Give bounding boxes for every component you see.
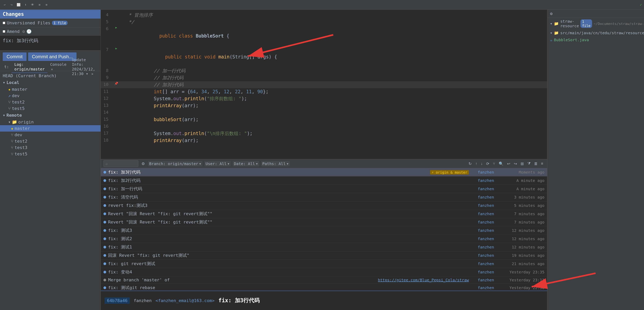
commit-message-4: revert fix:测试3: [108, 203, 469, 208]
line-content-12: System.out.println("排序前数组: ");: [120, 95, 547, 102]
pull-icon[interactable]: ↓: [480, 161, 484, 166]
undo-log-icon[interactable]: ↩: [506, 161, 512, 166]
filter-icon[interactable]: ⧩: [526, 161, 532, 166]
commit-tags-0: ⚡ origin & master: [430, 170, 469, 174]
branch-master-local[interactable]: ★ master: [0, 86, 100, 93]
menu-icon[interactable]: ≡: [37, 2, 42, 7]
branch-test5-remote[interactable]: ⑂ test5: [0, 151, 100, 157]
commit-row-8[interactable]: fix: 测试2 fanzhen 12 minutes ago: [101, 235, 547, 243]
branch-test2-remote[interactable]: ⑂ test2: [0, 138, 100, 144]
commit-row-14[interactable]: fix: 测试git rebase fanzhen Yesterday 22:5…: [101, 284, 547, 291]
download-icon[interactable]: ⬇: [23, 2, 28, 7]
commit-row-1[interactable]: fix: 加2行代码 fanzhen A minute ago: [101, 176, 547, 185]
local-section-header[interactable]: ▾ Local: [0, 79, 100, 86]
commit-dot-6: [104, 221, 106, 223]
commit-row-3[interactable]: fix: 清空代码 fanzhen 3 minutes ago: [101, 193, 547, 201]
git-settings-button[interactable]: ⚙: [140, 161, 146, 166]
bubblesort-file[interactable]: ☕ BubbleSort.java: [547, 36, 644, 43]
git-log-search-input[interactable]: [104, 160, 138, 167]
columns-icon[interactable]: ≣: [533, 161, 538, 166]
branch-dev-local[interactable]: ↗ dev: [0, 93, 100, 99]
src-folder-icon: 📁: [554, 30, 559, 35]
commit-row-13[interactable]: Merge branch 'master' of https://gitee.c…: [101, 276, 547, 284]
src-folder[interactable]: ▾ 📁 src/main/java/cn/tedu/straw/resource…: [547, 29, 644, 36]
branch-test3-remote[interactable]: ⑂ test3: [0, 144, 100, 151]
remote-origin-folder[interactable]: ▾ 📁 origin: [0, 119, 100, 125]
stop-icon[interactable]: ⬜: [16, 2, 21, 7]
commit-time-5: 7 minutes ago: [496, 211, 544, 216]
chevron-down-icon: ▾: [3, 80, 5, 85]
settings-icon[interactable]: ⚙: [22, 29, 25, 34]
commit-dot-9: [104, 246, 106, 248]
git-tree-area: HEAD (Current Branch) ▾ Local ★ master ↗…: [0, 71, 100, 310]
tab-t[interactable]: t:: [2, 63, 12, 71]
run-arrow-6[interactable]: ▶: [116, 25, 117, 30]
more-log-icon[interactable]: ≡: [540, 161, 544, 166]
branch-test5-local[interactable]: ⑂ test5: [0, 105, 100, 112]
line-content-8: // 加一行代码: [120, 67, 547, 74]
commit-time-8: 12 minutes ago: [496, 236, 544, 241]
fetch-icon[interactable]: ⟳: [485, 161, 490, 166]
commit-row-7[interactable]: fix: 测试3 fanzhen 12 minutes ago: [101, 226, 547, 235]
undo-icon[interactable]: ↩: [2, 2, 7, 7]
commit-link-13[interactable]: https://gitee.com/Blue_Pepsi_Cola/straw: [378, 278, 469, 282]
branch-master-remote-label: master: [14, 126, 30, 131]
commit-author-13: fanzhen: [471, 278, 494, 282]
commit-row-2[interactable]: fix: 加一行代码 fanzhen A minute ago: [101, 185, 547, 193]
commit-row-9[interactable]: fix: 测试1 fanzhen 12 minutes ago: [101, 243, 547, 251]
commit-message-8: fix: 测试2: [108, 236, 469, 242]
redo-log-icon[interactable]: ↪: [513, 161, 518, 166]
line-content-18: printArray(arr);: [120, 137, 547, 144]
branch-dev-remote[interactable]: ⑂ dev: [0, 132, 100, 138]
commit-author-8: fanzhen: [471, 236, 494, 241]
commit-row-10[interactable]: 回滚 Revert "fix: git revert测试" fanzhen 19…: [101, 251, 547, 260]
push-icon[interactable]: ↑: [474, 161, 478, 166]
fork-icon6: ⑂: [11, 152, 13, 156]
commit-message-11: fix: git revert测试: [108, 261, 469, 267]
commit-row-12[interactable]: fix: 变动4 fanzhen Yesterday 23:35: [101, 268, 547, 276]
commit-row-11[interactable]: fix: git revert测试 fanzhen 21 minutes ago: [101, 260, 547, 268]
run-arrow-7[interactable]: ▶: [116, 46, 117, 50]
line-number-8: 8: [101, 67, 112, 74]
refresh-icon[interactable]: ↻: [467, 161, 473, 166]
date-filter-dropdown[interactable]: Date: All ▾: [233, 161, 259, 166]
chevron-down-icon5: ▾: [550, 30, 552, 35]
remote-section-header[interactable]: ▾ Remote: [0, 112, 100, 119]
code-line-8: 8 // 加一行代码: [101, 67, 547, 74]
search-log-icon[interactable]: 🔍: [498, 161, 505, 166]
menu2-icon[interactable]: ≡: [44, 2, 49, 7]
commit-message-input[interactable]: fix: 加3行代码: [0, 36, 100, 50]
right-panel-path: ~/Documents/straw/straw-: [594, 22, 644, 26]
branch-filter-dropdown[interactable]: Branch: origin/master ▾: [148, 161, 202, 166]
eye-icon[interactable]: 👁: [30, 2, 35, 7]
chevron-down-icon4: ▾: [550, 21, 552, 26]
commit-time-2: A minute ago: [496, 186, 544, 191]
user-filter-dropdown[interactable]: User: All ▾: [204, 161, 231, 166]
unversioned-checkbox[interactable]: [3, 22, 5, 24]
grid-icon[interactable]: ⊞: [520, 161, 525, 166]
commit-row-0[interactable]: fix: 加3行代码 ⚡ origin & master fanzhen Mom…: [101, 168, 547, 176]
changes-header: Changes: [0, 10, 100, 18]
branch-icon[interactable]: ⑂: [492, 161, 496, 166]
right-panel-resource-folder[interactable]: ▾ 📁 straw-resource 1 file ~/Documents/st…: [547, 18, 644, 29]
commit-button[interactable]: Commit: [3, 52, 26, 61]
fork-icon3: ⑂: [11, 132, 13, 137]
commit-message-12: fix: 变动4: [108, 269, 469, 275]
tab-console-close[interactable]: ✕: [51, 67, 53, 71]
commit-dot-3: [104, 196, 106, 198]
redo-icon[interactable]: ↪: [9, 2, 14, 7]
head-current-branch[interactable]: HEAD (Current Branch): [0, 73, 100, 79]
commit-row-4[interactable]: revert fix:测试3 fanzhen 5 minutes ago: [101, 201, 547, 210]
paths-filter-dropdown[interactable]: Paths: All ▾: [261, 161, 290, 166]
branch-test2-local[interactable]: ⑂ test2: [0, 99, 100, 105]
branch-master-remote[interactable]: ★ master: [0, 125, 100, 132]
commit-dot-5: [104, 212, 106, 215]
commit-author-10: fanzhen: [471, 253, 494, 258]
commit-row-5[interactable]: Revert "回滚 Revert "fix: git revert测试"" f…: [101, 210, 547, 218]
commit-message-2: fix: 加一行代码: [108, 186, 469, 192]
right-panel-settings-icon[interactable]: ⚙: [550, 11, 552, 16]
commit-time-13: Yesterday 23:11: [496, 278, 544, 282]
branch-dev-remote-label: dev: [14, 132, 22, 137]
commit-row-6[interactable]: Revert "回滚 Revert "fix: git revert测试"" f…: [101, 218, 547, 226]
amend-checkbox[interactable]: [3, 30, 5, 33]
